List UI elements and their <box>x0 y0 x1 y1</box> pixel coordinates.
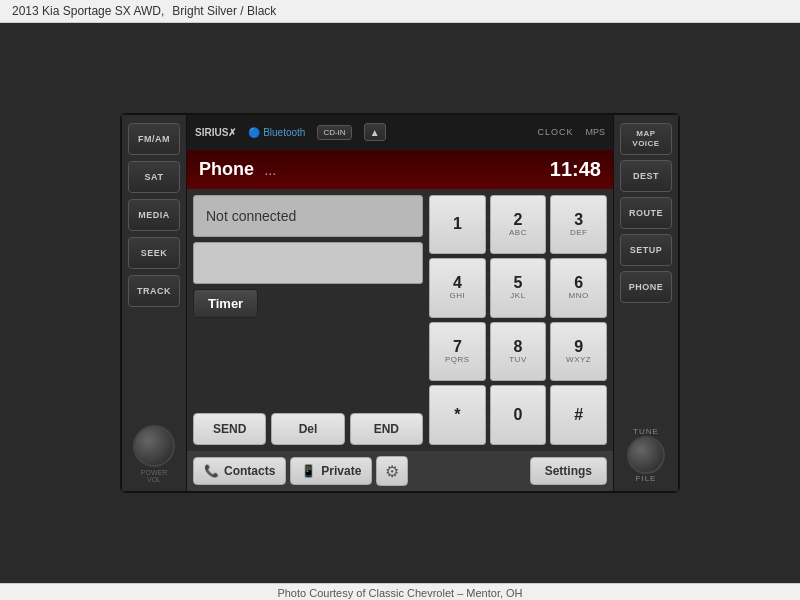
phone-screen: Phone ... 11:48 Not connected Timer <box>187 150 613 491</box>
settings-button[interactable]: Settings <box>530 457 607 485</box>
file-label: FILE <box>627 474 665 483</box>
phone-title-area: Phone ... <box>199 159 276 180</box>
top-strip: SIRIUS✗ 🔵 Bluetooth CD-IN ▲ CLOCK MPS <box>187 115 613 150</box>
head-unit: FM/AM SAT MEDIA SEEK TRACK POWERVOL SIRI… <box>120 113 680 493</box>
del-button[interactable]: Del <box>271 413 344 445</box>
power-vol-knob[interactable] <box>133 425 175 467</box>
phone-body: Not connected Timer SEND Del END <box>187 189 613 451</box>
phone-bottom-bar: 📞 Contacts 📱 Private ⚙ Settings <box>187 451 613 491</box>
eject-button[interactable]: ▲ <box>364 123 386 141</box>
fm-am-button[interactable]: FM/AM <box>128 123 180 155</box>
end-button[interactable]: END <box>350 413 423 445</box>
phone-dots: ... <box>264 162 276 178</box>
car-trim: Bright Silver / Black <box>172 4 276 18</box>
sat-button[interactable]: SAT <box>128 161 180 193</box>
tune-knob-area: TUNE FILE <box>627 427 665 483</box>
num-hash-button[interactable]: # <box>550 385 607 445</box>
cd-in-button[interactable]: CD-IN <box>317 125 351 140</box>
top-info-bar: 2013 Kia Sportage SX AWD, Bright Silver … <box>0 0 800 23</box>
num-star-button[interactable]: * <box>429 385 486 445</box>
phone-icon: 📞 <box>204 464 219 478</box>
contacts-button[interactable]: 📞 Contacts <box>193 457 286 485</box>
mobile-icon: 📱 <box>301 464 316 478</box>
phone-header: Phone ... 11:48 <box>187 150 613 189</box>
media-button[interactable]: MEDIA <box>128 199 180 231</box>
phone-time: 11:48 <box>550 158 601 181</box>
num-3-button[interactable]: 3 DEF <box>550 195 607 255</box>
num-4-button[interactable]: 4 GHI <box>429 258 486 318</box>
num-9-button[interactable]: 9 WXYZ <box>550 322 607 382</box>
setup-button[interactable]: SETUP <box>620 234 672 266</box>
track-button[interactable]: TRACK <box>128 275 180 307</box>
bluetooth-label: 🔵 Bluetooth <box>248 127 305 138</box>
photo-caption: Photo Courtesy of Classic Chevrolet – Me… <box>0 583 800 600</box>
private-button[interactable]: 📱 Private <box>290 457 372 485</box>
route-button[interactable]: ROUTE <box>620 197 672 229</box>
phone-title: Phone <box>199 159 254 179</box>
num-6-button[interactable]: 6 MNO <box>550 258 607 318</box>
dest-button[interactable]: DEST <box>620 160 672 192</box>
sirius-label: SIRIUS✗ <box>195 127 236 138</box>
power-label: POWERVOL <box>133 469 175 483</box>
not-connected-display: Not connected <box>193 195 423 237</box>
numpad: 1 2 ABC 3 DEF 4 GHI <box>429 195 607 445</box>
timer-button[interactable]: Timer <box>193 289 258 318</box>
num-2-button[interactable]: 2 ABC <box>490 195 547 255</box>
left-button-column: FM/AM SAT MEDIA SEEK TRACK POWERVOL <box>122 115 187 491</box>
map-voice-button[interactable]: MAP VOICE <box>620 123 672 155</box>
timer-area: Timer <box>193 289 423 318</box>
num-5-button[interactable]: 5 JKL <box>490 258 547 318</box>
tune-label: TUNE <box>627 427 665 436</box>
send-button[interactable]: SEND <box>193 413 266 445</box>
gear-settings-icon[interactable]: ⚙ <box>376 456 408 486</box>
num-7-button[interactable]: 7 PQRS <box>429 322 486 382</box>
right-button-column: MAP VOICE DEST ROUTE SETUP PHONE TUNE FI… <box>613 115 678 491</box>
car-title: 2013 Kia Sportage SX AWD, <box>12 4 164 18</box>
action-buttons-row: SEND Del END <box>193 413 423 445</box>
phone-button[interactable]: PHONE <box>620 271 672 303</box>
num-8-button[interactable]: 8 TUV <box>490 322 547 382</box>
phone-left-panel: Not connected Timer SEND Del END <box>193 195 423 445</box>
tune-knob[interactable] <box>627 436 665 474</box>
num-0-button[interactable]: 0 <box>490 385 547 445</box>
center-screen: SIRIUS✗ 🔵 Bluetooth CD-IN ▲ CLOCK MPS Ph… <box>187 115 613 491</box>
seek-button[interactable]: SEEK <box>128 237 180 269</box>
dashboard: FM/AM SAT MEDIA SEEK TRACK POWERVOL SIRI… <box>0 23 800 583</box>
num-1-button[interactable]: 1 <box>429 195 486 255</box>
number-input-display <box>193 242 423 284</box>
clock-label: CLOCK <box>537 127 573 137</box>
power-vol-area: POWERVOL <box>133 425 175 483</box>
mps-label: MPS <box>585 127 605 137</box>
